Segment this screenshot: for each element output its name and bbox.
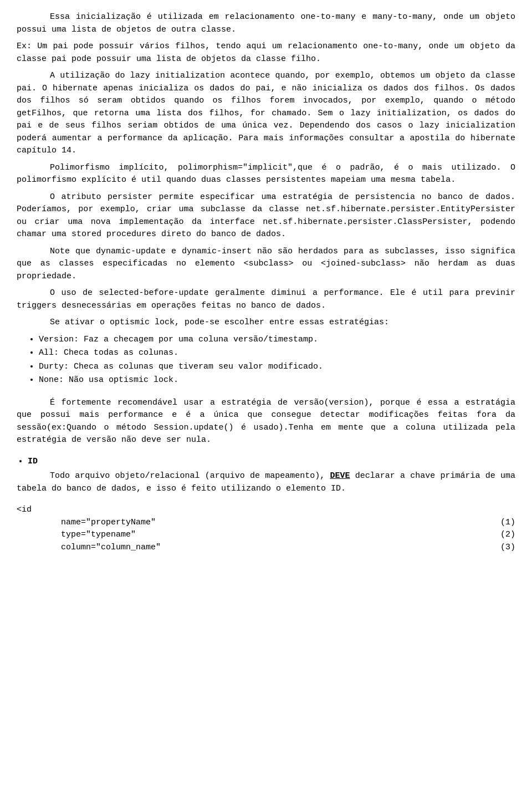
recommendation-paragraph: É fortemente recomendável usar a estraté… [17,397,515,447]
id-desc-bold: DEVE [330,471,350,481]
main-content: Essa inicialização é utilizada em relaci… [17,11,515,554]
optismic-lock-list: Version: Faz a checagem por uma coluna v… [39,334,515,387]
code-indent-3 [17,542,61,554]
paragraph-5: O atributo persister permite especificar… [17,191,515,241]
code-indent-1 [17,517,61,529]
list-item-all: All: Checa todas as colunas. [39,347,515,360]
paragraph-1: Essa inicialização é utilizada em relaci… [17,11,515,36]
id-section: ID Todo arquivo objeto/relacional (arqui… [17,456,515,496]
id-description: Todo arquivo objeto/relacional (arquivo … [17,470,515,495]
code-attr-1: name="propertyName" [61,517,482,529]
code-attr-2: type="typename" [61,529,482,542]
paragraph-7: O uso de selected-before-update geralmen… [17,287,515,312]
paragraph-2: Ex: Um pai pode possuir vários filhos, t… [17,40,515,65]
code-line-1: name="propertyName" (1) [17,517,515,529]
paragraph-8: Se ativar o optismic lock, pode-se escol… [17,317,515,329]
code-indent-2 [17,529,61,542]
id-label: ID [28,457,38,466]
paragraph-4: Polimorfismo implícito, polimorphism="im… [17,162,515,187]
list-item-none: None: Não usa optismic lock. [39,374,515,387]
code-line-3: column="column_name" (3) [17,542,515,554]
paragraph-3: A utilização do lazy initialization acon… [17,70,515,157]
code-num-3: (3) [482,542,515,554]
code-num-2: (2) [482,529,515,542]
paragraph-6: Note que dynamic-update e dynamic-insert… [17,246,515,283]
code-block: <id name="propertyName" (1) type="typena… [17,504,515,554]
id-list-item: ID [28,456,515,468]
code-tag-open: <id [17,504,515,517]
code-line-2: type="typename" (2) [17,529,515,542]
list-item-durty: Durty: Checa as colunas que tiveram seu … [39,361,515,374]
code-num-1: (1) [482,517,515,529]
id-desc-prefix: Todo arquivo objeto/relacional (arquivo … [50,471,330,481]
list-item-version: Version: Faz a checagem por uma coluna v… [39,334,515,346]
code-attr-3: column="column_name" [61,542,482,554]
code-open-tag: <id [17,504,32,517]
